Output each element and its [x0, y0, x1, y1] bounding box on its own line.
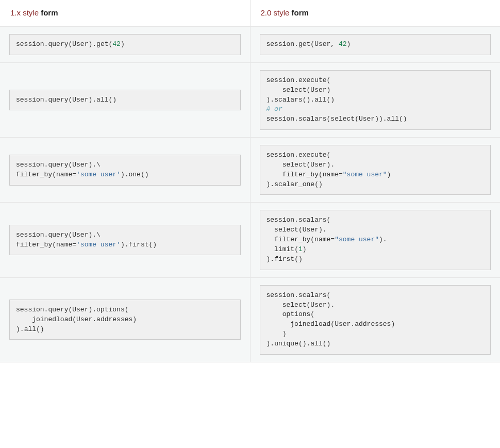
header-suffix: form	[41, 8, 58, 17]
cell-1x-style: session.query(User).\ filter_by(name='so…	[0, 203, 250, 277]
code-block-2-0: session.scalars( select(User). filter_by…	[260, 210, 491, 270]
table-body: session.query(User).get(42)session.get(U…	[0, 27, 500, 362]
code-block-1x: session.query(User).all()	[9, 90, 241, 111]
table-row: session.query(User).\ filter_by(name='so…	[0, 138, 500, 203]
cell-2-0-style: session.scalars( select(User). options( …	[250, 277, 500, 362]
code-block-2-0: session.execute( select(User). filter_by…	[260, 145, 491, 195]
code-block-2-0: session.execute( select(User) ).scalars(…	[260, 70, 491, 130]
header-prefix: 1.x style	[10, 8, 41, 17]
code-block-1x: session.query(User).\ filter_by(name='so…	[9, 155, 241, 186]
cell-1x-style: session.query(User).\ filter_by(name='so…	[0, 138, 250, 203]
cell-1x-style: session.query(User).all()	[0, 62, 250, 137]
header-suffix: form	[292, 8, 309, 17]
cell-2-0-style: session.scalars( select(User). filter_by…	[250, 203, 500, 277]
code-block-1x: session.query(User).options( joinedload(…	[9, 300, 241, 340]
cell-2-0-style: session.execute( select(User). filter_by…	[250, 138, 500, 203]
code-block-2-0: session.scalars( select(User). options( …	[260, 285, 491, 355]
code-block-1x: session.query(User).get(42)	[9, 34, 241, 55]
table-row: session.query(User).all()session.execute…	[0, 62, 500, 137]
cell-1x-style: session.query(User).get(42)	[0, 27, 250, 63]
cell-2-0-style: session.execute( select(User) ).scalars(…	[250, 62, 500, 137]
header-prefix: 2.0 style	[261, 8, 292, 17]
cell-1x-style: session.query(User).options( joinedload(…	[0, 277, 250, 362]
header-2-0-style: 2.0 style form	[250, 0, 500, 27]
migration-comparison-table: 1.x style form 2.0 style form session.qu…	[0, 0, 500, 362]
table-row: session.query(User).get(42)session.get(U…	[0, 27, 500, 63]
code-block-2-0: session.get(User, 42)	[260, 34, 491, 55]
table-row: session.query(User).\ filter_by(name='so…	[0, 203, 500, 277]
table-header-row: 1.x style form 2.0 style form	[0, 0, 500, 27]
code-block-1x: session.query(User).\ filter_by(name='so…	[9, 225, 241, 256]
cell-2-0-style: session.get(User, 42)	[250, 27, 500, 63]
table-row: session.query(User).options( joinedload(…	[0, 277, 500, 362]
header-1x-style: 1.x style form	[0, 0, 250, 27]
